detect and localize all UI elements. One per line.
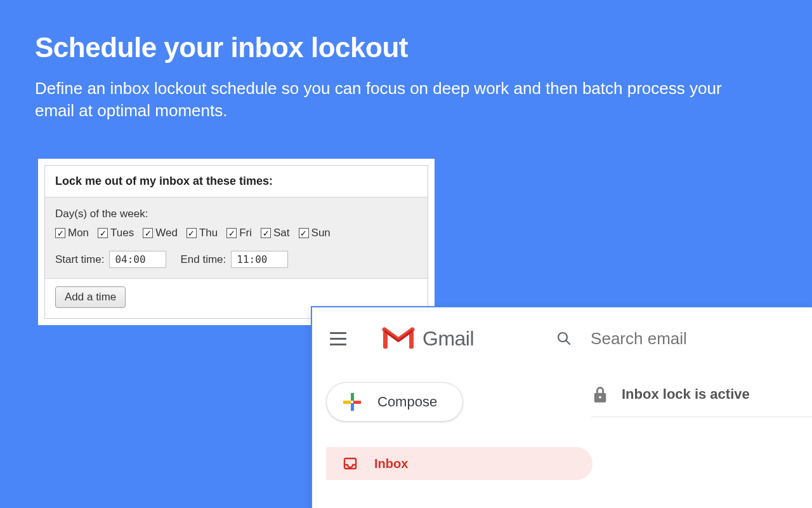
day-checkbox-mon[interactable]: ✓ Mon: [55, 227, 89, 239]
search-icon: [556, 330, 572, 347]
gmail-window: Gmail Compose: [311, 306, 812, 508]
inbox-icon: [343, 456, 358, 471]
checkbox-icon: ✓: [55, 228, 65, 238]
day-label: Tues: [110, 227, 134, 239]
gmail-wordmark: Gmail: [422, 327, 474, 351]
gmail-body: Compose Inbox Inbox lock is active: [312, 370, 812, 480]
hero-subtitle: Define an inbox lockout schedule so you …: [35, 77, 764, 122]
day-label: Sun: [311, 227, 331, 239]
add-time-button[interactable]: Add a time: [55, 286, 126, 308]
sidebar-item-inbox[interactable]: Inbox: [326, 447, 593, 480]
hero: Schedule your inbox lockout Define an in…: [0, 0, 812, 128]
day-checkbox-sun[interactable]: ✓ Sun: [299, 227, 331, 239]
svg-line-3: [566, 340, 570, 344]
gmail-topbar: Gmail: [312, 307, 812, 370]
gmail-mark-icon: [382, 326, 415, 351]
day-checkbox-thu[interactable]: ✓ Thu: [187, 227, 218, 239]
gmail-sidebar: Compose Inbox: [312, 370, 591, 480]
hamburger-menu-icon[interactable]: [330, 328, 350, 349]
end-time-input[interactable]: [231, 251, 288, 268]
days-of-week-label: Day(s) of the week:: [55, 208, 417, 220]
gmail-main: Inbox lock is active: [591, 370, 812, 480]
inbox-label: Inbox: [374, 457, 408, 471]
day-checkbox-tues[interactable]: ✓ Tues: [98, 227, 134, 239]
checkbox-icon: ✓: [143, 228, 153, 238]
lock-banner-text: Inbox lock is active: [622, 386, 750, 403]
checkbox-icon: ✓: [261, 228, 271, 238]
inbox-lock-banner: Inbox lock is active: [591, 375, 812, 417]
search-bar[interactable]: [556, 329, 797, 349]
day-checkbox-wed[interactable]: ✓ Wed: [143, 227, 178, 239]
checkbox-icon: ✓: [187, 228, 197, 238]
start-time-label: Start time:: [55, 253, 104, 266]
schedule-inner: Lock me out of my inbox at these times: …: [44, 165, 428, 319]
day-checkbox-fri[interactable]: ✓ Fri: [226, 227, 252, 239]
lock-icon: [591, 385, 609, 404]
schedule-body: Day(s) of the week: ✓ Mon ✓ Tues ✓ Wed ✓…: [45, 197, 428, 279]
day-label: Fri: [239, 227, 252, 239]
plus-icon: [343, 393, 361, 411]
day-label: Sat: [273, 227, 290, 239]
day-label: Thu: [199, 227, 218, 239]
svg-point-6: [599, 396, 601, 399]
day-label: Mon: [68, 227, 89, 239]
checkbox-icon: ✓: [226, 228, 237, 238]
day-label: Wed: [155, 227, 178, 239]
days-of-week-row: ✓ Mon ✓ Tues ✓ Wed ✓ Thu ✓ Fri: [55, 227, 417, 239]
schedule-header: Lock me out of my inbox at these times:: [45, 166, 428, 197]
compose-button[interactable]: Compose: [326, 382, 463, 422]
compose-label: Compose: [377, 394, 437, 410]
gmail-logo[interactable]: Gmail: [382, 326, 474, 351]
start-time-input[interactable]: [109, 251, 166, 268]
end-time-label: End time:: [180, 253, 226, 266]
time-row: Start time: End time:: [55, 251, 417, 268]
checkbox-icon: ✓: [98, 228, 108, 238]
search-input[interactable]: [591, 329, 797, 349]
day-checkbox-sat[interactable]: ✓ Sat: [261, 227, 290, 239]
schedule-card: Lock me out of my inbox at these times: …: [38, 159, 435, 325]
checkbox-icon: ✓: [299, 228, 309, 238]
hero-title: Schedule your inbox lockout: [35, 32, 777, 64]
